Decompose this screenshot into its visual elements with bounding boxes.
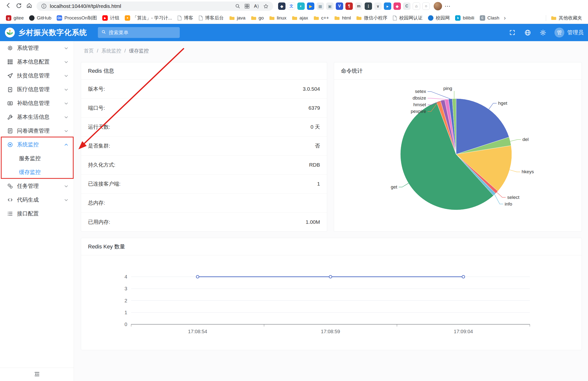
sidebar-item-label: 系统监控 <box>17 141 39 148</box>
bookmark-label: 博客 <box>184 15 193 21</box>
sidebar-subitem-服务监控[interactable]: 服务监控 <box>0 152 74 165</box>
sidebar-item-任务管理[interactable]: 任务管理 <box>0 179 74 193</box>
chevron-down-icon <box>64 101 68 105</box>
browser-menu-button[interactable]: ⋯ <box>442 1 452 11</box>
extension-icon-12[interactable]: ▸ <box>384 2 391 10</box>
sidebar-item-系统管理[interactable]: 系统管理 <box>0 41 74 55</box>
url-input[interactable] <box>50 3 232 9</box>
bookmark-linux[interactable]: linux <box>267 14 289 22</box>
pie-label-line-select <box>497 192 506 197</box>
redis-info-card: Redis 信息 版本号:3.0.504端口号:6379运行天数:0 天是否集群… <box>81 62 327 232</box>
info-value: 6379 <box>308 105 320 111</box>
sidebar-item-label: 医疗信息管理 <box>17 86 50 93</box>
bookmarks-overflow-button[interactable]: › <box>502 15 508 21</box>
bookmark-博客后台[interactable]: 博客后台 <box>196 14 226 22</box>
translate-extension-icon[interactable]: 文 <box>288 2 295 10</box>
bookmark-go[interactable]: go <box>249 14 266 22</box>
y-tick-label: 0 <box>125 321 127 327</box>
extensions-area: ◆文◐▶▦▣V¶m⋮∨▸◆C☆○ <box>278 2 430 10</box>
bookmark-微信小程序[interactable]: 微信小程序 <box>354 14 390 22</box>
bookmark-gitee[interactable]: ggitee <box>3 14 26 22</box>
site-favicon: g <box>6 15 11 21</box>
bookmark-ProcessOn制图[interactable]: OnProcessOn制图 <box>54 14 99 22</box>
other-bookmarks-folder[interactable]: 其他收藏夹 <box>548 14 585 22</box>
sidebar-item-label: 基本生活信息 <box>17 113 50 121</box>
pie-label-setex: setex <box>415 89 426 94</box>
favorites-toolbar-icon[interactable]: ☆ <box>413 2 420 10</box>
bookmark-博客[interactable]: 博客 <box>175 14 196 22</box>
sidebar-subitem-缓存监控[interactable]: 缓存监控 <box>0 165 74 179</box>
sidebar-item-label: 任务管理 <box>17 182 39 190</box>
bookmarks-bar: ggiteeGitHubOnProcessOn制图▶计组✦「算法」- 学习计..… <box>0 12 588 24</box>
refresh-button[interactable] <box>14 1 24 11</box>
breadcrumb-system-monitor[interactable]: 系统监控 <box>102 48 121 54</box>
bookmarks-divider <box>546 15 546 21</box>
bookmark-c++[interactable]: c++ <box>311 14 332 22</box>
bookmark-GitHub[interactable]: GitHub <box>27 14 54 22</box>
collections-icon[interactable] <box>244 3 251 10</box>
sidebar-item-接口配置[interactable]: 接口配置 <box>0 207 74 221</box>
extension-icon-14[interactable]: C <box>403 2 411 10</box>
info-value: RDB <box>309 162 320 168</box>
sidebar-item-医疗信息管理[interactable]: 医疗信息管理 <box>0 82 74 96</box>
bookmark-校园网认证[interactable]: 校园网认证 <box>390 14 425 22</box>
sidebar-item-问卷调查管理[interactable]: 问卷调查管理 <box>0 124 74 138</box>
pie-label-line-del <box>510 140 521 141</box>
sidebar-item-代码生成[interactable]: 代码生成 <box>0 193 74 207</box>
globe-icon[interactable] <box>524 29 531 36</box>
sidebar-collapse-button[interactable] <box>0 368 74 381</box>
bookmark-java[interactable]: java <box>227 14 248 22</box>
sidebar-menu: 系统管理基本信息配置扶贫信息管理医疗信息管理补助信息管理基本生活信息问卷调查管理… <box>0 41 74 368</box>
visual-search-icon[interactable] <box>234 3 241 10</box>
browser-profile-avatar[interactable] <box>434 2 442 10</box>
extension-icon-13[interactable]: ◆ <box>394 2 401 10</box>
menu-search-input[interactable] <box>109 30 176 36</box>
pie-label-line-dbsize <box>427 98 446 99</box>
extension-icon-1[interactable]: ◆ <box>278 2 286 10</box>
sidebar-item-label: 补助信息管理 <box>17 100 50 107</box>
redis-key-line-chart: 0123417:08:5417:08:5917:09:04 <box>81 255 581 350</box>
back-button[interactable] <box>3 1 13 11</box>
extension-icon-5[interactable]: ▦ <box>316 2 324 10</box>
info-value: 0 天 <box>310 123 320 130</box>
extension-icon-4[interactable]: ▶ <box>307 2 314 10</box>
home-button[interactable] <box>24 1 34 11</box>
x-tick-label: 17:08:59 <box>321 329 340 334</box>
sidebar-item-基本信息配置[interactable]: 基本信息配置 <box>0 55 74 69</box>
bookmark-ajax[interactable]: ajax <box>290 14 311 22</box>
sidebar-item-系统监控[interactable]: 系统监控 <box>0 138 74 152</box>
sidebar-item-补助信息管理[interactable]: 补助信息管理 <box>0 96 74 110</box>
menu-search-box[interactable] <box>98 27 180 38</box>
bookmark-校园网[interactable]: 校园网 <box>425 14 452 22</box>
extension-icon-6[interactable]: ▣ <box>326 2 334 10</box>
bookmark-label: Clash <box>487 15 500 21</box>
extension-icon-10[interactable]: ⋮ <box>365 2 372 10</box>
extension-icon-3[interactable]: ◐ <box>297 2 305 10</box>
address-bar[interactable]: A⟩ <box>37 1 273 11</box>
extension-icon-9[interactable]: m <box>355 2 362 10</box>
extension-icon-7[interactable]: V <box>336 2 343 10</box>
user-name: 管理员 <box>567 29 584 36</box>
extension-icon-8[interactable]: ¶ <box>345 2 353 10</box>
bookmark-html[interactable]: html <box>332 14 353 22</box>
pie-label-select: select <box>507 195 520 200</box>
sidebar-item-基本生活信息[interactable]: 基本生活信息 <box>0 110 74 124</box>
chevron-down-icon <box>64 198 68 202</box>
site-info-icon[interactable] <box>41 3 47 10</box>
read-aloud-icon[interactable]: A⟩ <box>253 3 260 10</box>
extension-icon-11[interactable]: ∨ <box>374 2 382 10</box>
breadcrumb-home[interactable]: 首页 <box>84 48 94 54</box>
bookmark-「算法」- 学习计...[interactable]: ✦「算法」- 学习计... <box>122 14 174 22</box>
sidebar-item-扶贫信息管理[interactable]: 扶贫信息管理 <box>0 69 74 82</box>
bookmark-bilibili[interactable]: bbilibili <box>453 14 477 22</box>
command-stats-card: 命令统计 hgetdelhkeysselectinfosetexdbsizehm… <box>334 62 582 232</box>
bookmark-计组[interactable]: ▶计组 <box>100 14 122 22</box>
extension-icon-16[interactable]: ○ <box>422 2 430 10</box>
user-menu[interactable]: 管 管理员 <box>554 28 584 38</box>
survey-icon <box>7 128 13 134</box>
site-favicon: ✦ <box>125 15 130 21</box>
settings-gear-icon[interactable] <box>539 29 546 36</box>
favorites-star-icon[interactable] <box>262 3 269 10</box>
bookmark-Clash[interactable]: CClash <box>477 14 502 22</box>
fullscreen-icon[interactable] <box>509 29 516 36</box>
